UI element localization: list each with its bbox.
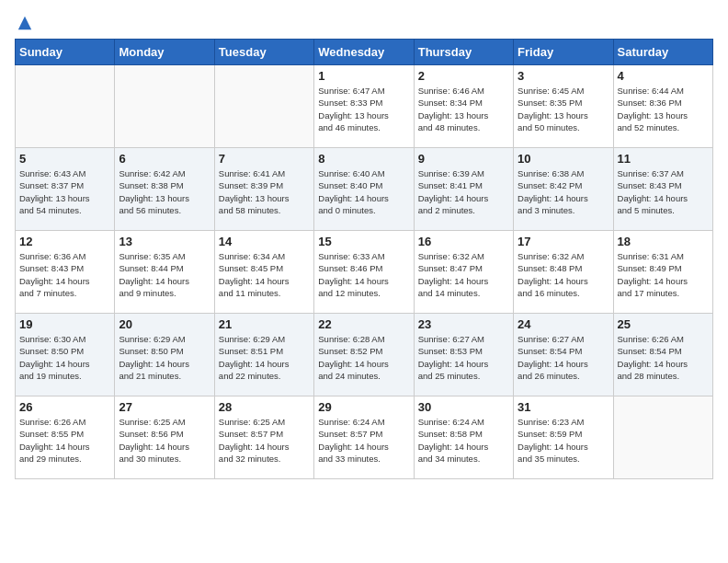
calendar-day-cell: 12Sunrise: 6:36 AM Sunset: 8:43 PM Dayli… xyxy=(16,231,115,314)
day-number: 5 xyxy=(19,152,110,166)
calendar-day-cell: 24Sunrise: 6:27 AM Sunset: 8:54 PM Dayli… xyxy=(514,314,613,396)
page-header xyxy=(15,15,713,31)
day-number: 14 xyxy=(219,235,310,248)
calendar-day-cell: 17Sunrise: 6:32 AM Sunset: 8:48 PM Dayli… xyxy=(514,231,613,314)
day-number: 3 xyxy=(518,69,609,83)
day-number: 21 xyxy=(219,317,310,331)
calendar-day-cell: 30Sunrise: 6:24 AM Sunset: 8:58 PM Dayli… xyxy=(414,396,513,479)
day-info: Sunrise: 6:29 AM Sunset: 8:51 PM Dayligh… xyxy=(219,333,310,382)
calendar-day-cell: 31Sunrise: 6:23 AM Sunset: 8:59 PM Dayli… xyxy=(514,396,613,479)
day-of-week-header: Thursday xyxy=(414,40,513,65)
calendar-day-cell: 19Sunrise: 6:30 AM Sunset: 8:50 PM Dayli… xyxy=(16,314,115,396)
day-info: Sunrise: 6:42 AM Sunset: 8:38 PM Dayligh… xyxy=(119,167,210,216)
calendar-header-row: SundayMondayTuesdayWednesdayThursdayFrid… xyxy=(16,40,713,65)
calendar-day-cell: 5Sunrise: 6:43 AM Sunset: 8:37 PM Daylig… xyxy=(16,148,115,231)
day-number: 6 xyxy=(119,152,210,166)
day-number: 10 xyxy=(518,152,609,166)
day-info: Sunrise: 6:34 AM Sunset: 8:45 PM Dayligh… xyxy=(219,250,310,299)
calendar-week-row: 19Sunrise: 6:30 AM Sunset: 8:50 PM Dayli… xyxy=(16,314,713,396)
day-number: 30 xyxy=(418,400,509,414)
day-info: Sunrise: 6:39 AM Sunset: 8:41 PM Dayligh… xyxy=(418,167,509,216)
day-of-week-header: Wednesday xyxy=(314,40,414,65)
day-number: 12 xyxy=(19,235,110,248)
day-number: 4 xyxy=(618,69,709,83)
day-info: Sunrise: 6:25 AM Sunset: 8:57 PM Dayligh… xyxy=(219,416,310,465)
day-number: 28 xyxy=(219,400,310,414)
calendar-day-cell: 27Sunrise: 6:25 AM Sunset: 8:56 PM Dayli… xyxy=(115,396,214,479)
day-info: Sunrise: 6:43 AM Sunset: 8:37 PM Dayligh… xyxy=(19,167,110,216)
calendar-day-cell xyxy=(613,396,712,479)
day-info: Sunrise: 6:47 AM Sunset: 8:33 PM Dayligh… xyxy=(318,85,409,133)
day-number: 26 xyxy=(19,400,110,414)
day-number: 23 xyxy=(418,317,509,331)
calendar-day-cell: 11Sunrise: 6:37 AM Sunset: 8:43 PM Dayli… xyxy=(613,148,712,231)
day-info: Sunrise: 6:33 AM Sunset: 8:46 PM Dayligh… xyxy=(318,250,409,299)
day-number: 31 xyxy=(518,400,609,414)
day-number: 2 xyxy=(418,69,509,83)
day-number: 11 xyxy=(618,152,709,166)
calendar-week-row: 5Sunrise: 6:43 AM Sunset: 8:37 PM Daylig… xyxy=(16,148,713,231)
svg-marker-0 xyxy=(18,17,31,29)
day-number: 29 xyxy=(318,400,409,414)
calendar-day-cell: 25Sunrise: 6:26 AM Sunset: 8:54 PM Dayli… xyxy=(613,314,712,396)
calendar-day-cell: 9Sunrise: 6:39 AM Sunset: 8:41 PM Daylig… xyxy=(414,148,513,231)
day-of-week-header: Friday xyxy=(514,40,613,65)
day-info: Sunrise: 6:24 AM Sunset: 8:58 PM Dayligh… xyxy=(418,416,509,465)
day-number: 27 xyxy=(119,400,210,414)
calendar-week-row: 12Sunrise: 6:36 AM Sunset: 8:43 PM Dayli… xyxy=(16,231,713,314)
calendar-table: SundayMondayTuesdayWednesdayThursdayFrid… xyxy=(15,39,713,479)
day-info: Sunrise: 6:24 AM Sunset: 8:57 PM Dayligh… xyxy=(318,416,409,465)
day-info: Sunrise: 6:30 AM Sunset: 8:50 PM Dayligh… xyxy=(19,333,110,382)
calendar-day-cell: 6Sunrise: 6:42 AM Sunset: 8:38 PM Daylig… xyxy=(115,148,214,231)
day-info: Sunrise: 6:26 AM Sunset: 8:54 PM Dayligh… xyxy=(618,333,709,382)
day-info: Sunrise: 6:27 AM Sunset: 8:54 PM Dayligh… xyxy=(518,333,609,382)
day-number: 15 xyxy=(318,235,409,248)
calendar-day-cell: 15Sunrise: 6:33 AM Sunset: 8:46 PM Dayli… xyxy=(314,231,414,314)
calendar-day-cell: 7Sunrise: 6:41 AM Sunset: 8:39 PM Daylig… xyxy=(214,148,313,231)
day-info: Sunrise: 6:36 AM Sunset: 8:43 PM Dayligh… xyxy=(19,250,110,299)
day-info: Sunrise: 6:45 AM Sunset: 8:35 PM Dayligh… xyxy=(518,85,609,133)
day-info: Sunrise: 6:28 AM Sunset: 8:52 PM Dayligh… xyxy=(318,333,409,382)
day-info: Sunrise: 6:41 AM Sunset: 8:39 PM Dayligh… xyxy=(219,167,310,216)
calendar-day-cell xyxy=(16,65,115,148)
day-info: Sunrise: 6:26 AM Sunset: 8:55 PM Dayligh… xyxy=(19,416,110,465)
calendar-day-cell: 1Sunrise: 6:47 AM Sunset: 8:33 PM Daylig… xyxy=(314,65,414,148)
day-of-week-header: Tuesday xyxy=(214,40,313,65)
day-number: 17 xyxy=(518,235,609,248)
day-info: Sunrise: 6:32 AM Sunset: 8:47 PM Dayligh… xyxy=(418,250,509,299)
calendar-week-row: 1Sunrise: 6:47 AM Sunset: 8:33 PM Daylig… xyxy=(16,65,713,148)
day-number: 18 xyxy=(618,235,709,248)
day-info: Sunrise: 6:40 AM Sunset: 8:40 PM Dayligh… xyxy=(318,167,409,216)
day-info: Sunrise: 6:23 AM Sunset: 8:59 PM Dayligh… xyxy=(518,416,609,465)
day-info: Sunrise: 6:27 AM Sunset: 8:53 PM Dayligh… xyxy=(418,333,509,382)
day-number: 13 xyxy=(119,235,210,248)
calendar-day-cell: 16Sunrise: 6:32 AM Sunset: 8:47 PM Dayli… xyxy=(414,231,513,314)
day-info: Sunrise: 6:46 AM Sunset: 8:34 PM Dayligh… xyxy=(418,85,509,133)
day-info: Sunrise: 6:35 AM Sunset: 8:44 PM Dayligh… xyxy=(119,250,210,299)
calendar-day-cell: 8Sunrise: 6:40 AM Sunset: 8:40 PM Daylig… xyxy=(314,148,414,231)
day-info: Sunrise: 6:38 AM Sunset: 8:42 PM Dayligh… xyxy=(518,167,609,216)
calendar-day-cell: 3Sunrise: 6:45 AM Sunset: 8:35 PM Daylig… xyxy=(514,65,613,148)
day-number: 24 xyxy=(518,317,609,331)
calendar-day-cell xyxy=(214,65,313,148)
day-info: Sunrise: 6:37 AM Sunset: 8:43 PM Dayligh… xyxy=(618,167,709,216)
day-number: 7 xyxy=(219,152,310,166)
day-info: Sunrise: 6:32 AM Sunset: 8:48 PM Dayligh… xyxy=(518,250,609,299)
calendar-day-cell: 26Sunrise: 6:26 AM Sunset: 8:55 PM Dayli… xyxy=(16,396,115,479)
calendar-day-cell: 4Sunrise: 6:44 AM Sunset: 8:36 PM Daylig… xyxy=(613,65,712,148)
calendar-day-cell: 22Sunrise: 6:28 AM Sunset: 8:52 PM Dayli… xyxy=(314,314,414,396)
calendar-day-cell xyxy=(115,65,214,148)
day-number: 19 xyxy=(19,317,110,331)
calendar-day-cell: 2Sunrise: 6:46 AM Sunset: 8:34 PM Daylig… xyxy=(414,65,513,148)
calendar-day-cell: 21Sunrise: 6:29 AM Sunset: 8:51 PM Dayli… xyxy=(214,314,313,396)
day-number: 16 xyxy=(418,235,509,248)
calendar-week-row: 26Sunrise: 6:26 AM Sunset: 8:55 PM Dayli… xyxy=(16,396,713,479)
logo-icon xyxy=(17,15,33,31)
day-number: 9 xyxy=(418,152,509,166)
day-number: 8 xyxy=(318,152,409,166)
calendar-day-cell: 10Sunrise: 6:38 AM Sunset: 8:42 PM Dayli… xyxy=(514,148,613,231)
day-of-week-header: Saturday xyxy=(613,40,712,65)
calendar-day-cell: 23Sunrise: 6:27 AM Sunset: 8:53 PM Dayli… xyxy=(414,314,513,396)
day-number: 1 xyxy=(318,69,409,83)
calendar-day-cell: 13Sunrise: 6:35 AM Sunset: 8:44 PM Dayli… xyxy=(115,231,214,314)
